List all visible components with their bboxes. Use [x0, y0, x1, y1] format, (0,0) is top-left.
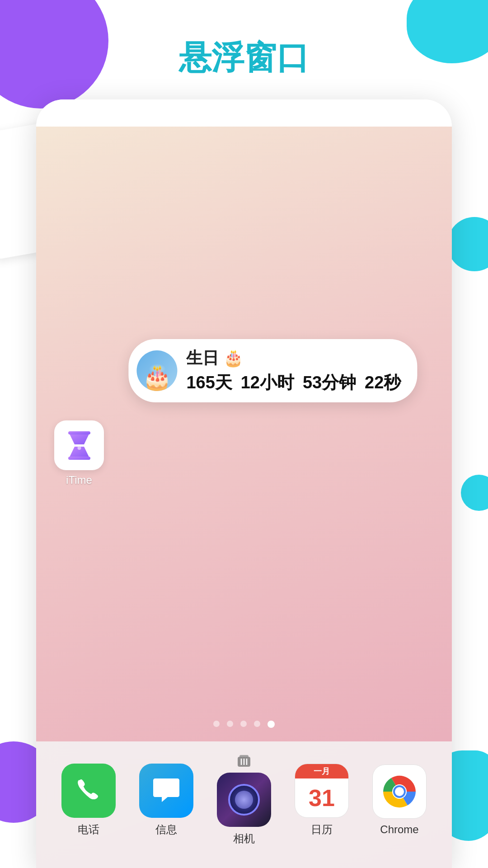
- dock-item-messages[interactable]: 信息: [139, 764, 193, 837]
- chrome-svg: [381, 774, 418, 810]
- svg-point-13: [395, 787, 404, 796]
- messages-svg: [150, 775, 182, 807]
- widget-countdown: 165天 12小时 53分钟 22秒: [186, 371, 401, 394]
- itime-hourglass-svg: [67, 431, 92, 460]
- floating-widget[interactable]: 🎂 生日 🎂 165天 12小时 53分钟 22秒: [128, 339, 417, 402]
- dot-2[interactable]: [227, 721, 233, 727]
- page-title-container: 悬浮窗口: [0, 36, 488, 80]
- dock-item-camera[interactable]: 相机: [217, 755, 271, 846]
- phone-icon: [61, 764, 116, 818]
- blob-right-lower: [461, 475, 488, 511]
- dock-item-calendar[interactable]: 一月 31 日历: [295, 764, 349, 837]
- camera-label: 相机: [233, 831, 255, 846]
- calendar-month: 一月: [314, 766, 330, 777]
- svg-point-4: [77, 446, 81, 450]
- page-dots: [36, 721, 452, 728]
- widget-avatar: 🎂: [136, 350, 177, 391]
- camera-lens: [228, 784, 260, 816]
- dot-5-active[interactable]: [267, 721, 275, 728]
- phone-top-bar: [36, 99, 452, 127]
- delete-icon: [233, 755, 255, 768]
- countdown-minutes: 53分钟: [303, 373, 356, 392]
- calendar-icon: 一月 31: [295, 764, 349, 818]
- phone-wallpaper: 🎂 生日 🎂 165天 12小时 53分钟 22秒: [36, 127, 452, 868]
- calendar-body: 31: [309, 778, 335, 817]
- camera-lens-inner: [235, 791, 253, 809]
- svg-rect-3: [68, 457, 90, 460]
- dot-4[interactable]: [254, 721, 260, 727]
- messages-label: 信息: [155, 822, 177, 837]
- chrome-label: Chrome: [380, 823, 418, 836]
- blob-right-mid: [447, 217, 488, 271]
- countdown-days: 165天: [186, 373, 232, 392]
- phone-svg: [75, 777, 102, 804]
- dock-item-phone[interactable]: 电话: [61, 764, 116, 837]
- countdown-seconds: 22秒: [365, 373, 401, 392]
- calendar-label: 日历: [311, 822, 333, 837]
- trash-svg: [236, 755, 252, 768]
- home-icons-area: iTime: [54, 420, 104, 486]
- itime-label: iTime: [66, 474, 92, 486]
- camera-icon: [217, 773, 271, 827]
- svg-rect-2: [68, 431, 90, 434]
- countdown-hours: 12小时: [241, 373, 294, 392]
- calendar-day: 31: [309, 784, 335, 811]
- itime-icon-box: [54, 420, 104, 470]
- widget-birthday-title: 生日 🎂: [186, 347, 401, 369]
- calendar-header: 一月: [295, 764, 348, 778]
- itime-app-item[interactable]: iTime: [54, 420, 104, 486]
- page-title: 悬浮窗口: [0, 36, 488, 80]
- dot-3[interactable]: [240, 721, 247, 727]
- svg-marker-0: [69, 433, 89, 444]
- widget-text-block: 生日 🎂 165天 12小时 53分钟 22秒: [186, 347, 401, 394]
- svg-rect-6: [239, 755, 249, 758]
- dock: 电话 信息: [36, 741, 452, 868]
- dot-1[interactable]: [213, 721, 220, 727]
- dock-item-chrome[interactable]: Chrome: [372, 764, 427, 836]
- messages-icon: [139, 764, 193, 818]
- chrome-icon: [372, 764, 427, 819]
- avatar-emoji: 🎂: [142, 365, 172, 389]
- phone-mockup: 🎂 生日 🎂 165天 12小时 53分钟 22秒: [36, 99, 452, 868]
- itime-icon-inner: [63, 429, 95, 461]
- phone-label: 电话: [78, 822, 99, 837]
